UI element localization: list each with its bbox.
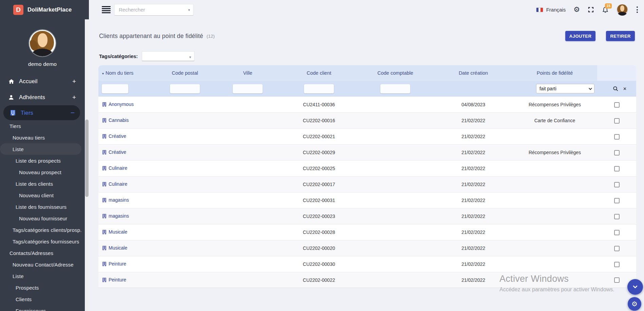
cell-code-client: CU2202-00031 — [282, 192, 356, 208]
settings-button[interactable]: ⚙ — [573, 6, 580, 13]
filter-code-client-input[interactable] — [304, 84, 334, 93]
sidebar-item-tiers[interactable]: Tiers − — [3, 105, 80, 120]
brand-header[interactable]: D DoliMarketPlace — [0, 0, 89, 19]
user-name: demo demo — [0, 61, 85, 67]
topbar: Rechercher ▾ Français ⚙ 15 — [89, 0, 644, 19]
row-checkbox[interactable] — [614, 230, 620, 235]
row-checkbox[interactable] — [614, 102, 620, 108]
sidebar-subitem-tiers[interactable]: Tiers — [0, 120, 85, 132]
fullscreen-button[interactable] — [588, 6, 594, 13]
cell-date-creation: 21/02/2022 — [434, 256, 512, 272]
table-row: Créative CU2202-00021 21/02/2022 — [98, 128, 636, 144]
client-name-link[interactable]: Musicale — [109, 229, 127, 235]
tags-categories-select[interactable]: ▾ — [142, 51, 194, 61]
column-header-ville[interactable]: Ville — [214, 65, 282, 81]
sidebar-subitem-fournisseurs[interactable]: Fournisseurs — [0, 305, 85, 311]
sidebar-subitem-liste-des-prospects[interactable]: Liste des prospects — [0, 155, 85, 166]
sidebar-item-accueil[interactable]: Accueil + — [0, 73, 85, 89]
sidebar-subitem-tags-fournisseurs[interactable]: Tags/catégories fournisseurs — [0, 236, 85, 247]
language-selector[interactable]: Français — [536, 7, 566, 13]
search-filter-icon[interactable] — [613, 86, 619, 92]
column-header-code-comptable[interactable]: Code comptable — [356, 65, 434, 81]
sidebar-subitem-contacts-adresses[interactable]: Contacts/Adresses — [0, 247, 85, 259]
quick-settings-button[interactable]: ⚙ — [628, 297, 641, 311]
filter-code-postal-input[interactable] — [170, 84, 200, 93]
sidebar-item-label: Accueil — [19, 78, 38, 85]
client-name-link[interactable]: magasins — [109, 197, 129, 203]
row-checkbox[interactable] — [614, 134, 620, 140]
column-header-nom-du-tiers[interactable]: ▾Nom du tiers — [98, 65, 156, 81]
cell-code-client: CU2202-00021 — [282, 128, 356, 144]
row-checkbox[interactable] — [614, 277, 620, 283]
sidebar-subitem-liste-contacts[interactable]: Liste — [0, 270, 85, 282]
column-header-code-client[interactable]: Code client — [282, 65, 356, 81]
client-name-link[interactable]: Créative — [109, 149, 126, 155]
global-search-combobox[interactable]: Rechercher ▾ — [114, 4, 193, 16]
sidebar-subitem-nouveau-client[interactable]: Nouveau client — [0, 189, 85, 201]
notifications-button[interactable]: 15 — [602, 6, 609, 13]
column-header-date-creation[interactable]: Date création — [434, 65, 512, 81]
filter-ville-input[interactable] — [233, 84, 263, 93]
column-header-select — [597, 65, 636, 81]
sidebar-subitem-tags-clients[interactable]: Tags/catégories clients/prosp. — [0, 224, 85, 236]
company-icon — [102, 166, 106, 171]
filter-code-comptable-input[interactable] — [380, 84, 410, 93]
user-avatar[interactable] — [29, 30, 56, 56]
sidebar-subitem-liste-des-fournisseurs[interactable]: Liste des fournisseurs — [0, 201, 85, 213]
client-name-link[interactable]: Cannabis — [109, 117, 129, 123]
sidebar-item-adherents[interactable]: Adhérents + — [0, 89, 85, 105]
row-checkbox[interactable] — [614, 246, 620, 251]
cell-points-fidelite — [512, 160, 597, 176]
cell-code-client: CU2202-00016 — [282, 112, 356, 128]
filter-points-select[interactable]: fait parti — [536, 84, 594, 93]
menu-toggle-icon[interactable] — [102, 6, 111, 14]
profile-avatar[interactable] — [617, 4, 628, 16]
sidebar-scrollbar[interactable] — [85, 19, 89, 311]
remove-button[interactable]: RETIRER — [606, 31, 635, 41]
row-checkbox[interactable] — [614, 118, 620, 124]
row-checkbox[interactable] — [614, 198, 620, 203]
row-checkbox[interactable] — [614, 182, 620, 187]
client-name-link[interactable]: magasins — [109, 213, 129, 219]
sidebar-subitem-prospects[interactable]: Prospects — [0, 282, 85, 293]
cell-ville — [214, 112, 282, 128]
cell-code-postal — [156, 112, 214, 128]
add-button[interactable]: AJOUTER — [565, 31, 596, 41]
filter-nom-input[interactable] — [102, 84, 128, 93]
more-options-icon[interactable] — [636, 6, 639, 14]
collapse-minus-icon[interactable]: − — [71, 109, 75, 117]
member-icon — [7, 94, 15, 100]
client-name-link[interactable]: Anonymous — [109, 102, 134, 107]
sidebar-subitem-nouveau-prospect[interactable]: Nouveau prospect — [0, 166, 85, 178]
scroll-down-button[interactable] — [627, 279, 643, 295]
row-checkbox[interactable] — [614, 166, 620, 171]
home-icon — [7, 78, 15, 85]
row-checkbox[interactable] — [614, 150, 620, 156]
cell-code-comptable — [356, 96, 434, 112]
clear-filter-icon[interactable]: ✕ — [623, 86, 627, 91]
row-checkbox[interactable] — [614, 214, 620, 219]
cell-ville — [214, 208, 282, 224]
expand-plus-icon[interactable]: + — [72, 78, 76, 85]
client-name-link[interactable]: Culinaire — [109, 181, 127, 187]
row-checkbox[interactable] — [614, 262, 620, 267]
client-name-link[interactable]: Culinaire — [109, 165, 127, 171]
sidebar-subitem-clients[interactable]: Clients — [0, 293, 85, 305]
sidebar-subitem-liste[interactable]: Liste — [0, 143, 81, 155]
column-header-code-postal[interactable]: Code postal — [156, 65, 214, 81]
sidebar-item-label: Tiers — [21, 110, 33, 116]
cell-points-fidelite: Récompenses Privilèges — [512, 144, 597, 160]
sidebar-subitem-nouveau-contact[interactable]: Nouveau Contact/Adresse — [0, 259, 85, 270]
cell-ville — [214, 128, 282, 144]
client-name-link[interactable]: Peinture — [109, 261, 126, 267]
expand-plus-icon[interactable]: + — [72, 94, 76, 101]
client-name-link[interactable]: Peinture — [109, 277, 126, 282]
client-name-link[interactable]: Créative — [109, 133, 126, 139]
sidebar-subitem-nouveau-tiers[interactable]: Nouveau tiers — [0, 132, 85, 143]
sidebar-scrollbar-thumb[interactable] — [85, 120, 89, 197]
sidebar-subitem-nouveau-fournisseur[interactable]: Nouveau fournisseur — [0, 213, 85, 224]
sidebar-subitem-liste-des-clients[interactable]: Liste des clients — [0, 178, 85, 189]
company-icon — [102, 134, 106, 140]
column-header-points-fidelite[interactable]: Points de fidélité — [512, 65, 597, 81]
client-name-link[interactable]: Musicale — [109, 245, 127, 251]
